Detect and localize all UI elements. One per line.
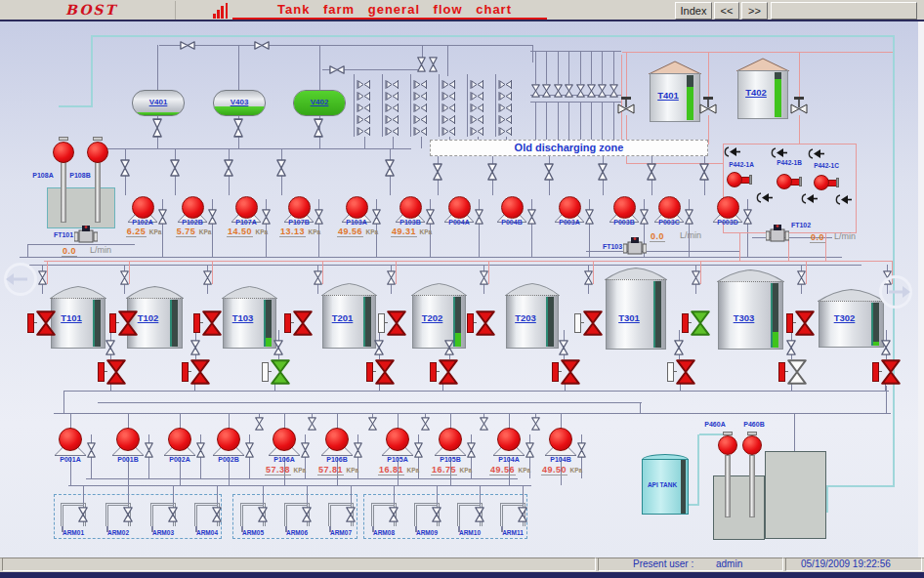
- manifold-valve-icon[interactable]: [498, 92, 513, 101]
- valve-icon[interactable]: [105, 340, 115, 355]
- prev-page-button[interactable]: <<: [714, 2, 739, 20]
- vessel-label[interactable]: V402: [293, 99, 346, 106]
- tank-label[interactable]: T402: [739, 88, 773, 98]
- motor-valve[interactable]: [552, 359, 581, 385]
- pump[interactable]: [497, 428, 521, 451]
- valve-icon[interactable]: [587, 84, 596, 98]
- valve-icon[interactable]: [518, 507, 527, 522]
- manifold-valve-icon[interactable]: [498, 127, 513, 136]
- pump[interactable]: [559, 196, 581, 219]
- valve-icon[interactable]: [273, 340, 283, 355]
- motor-valve[interactable]: [109, 310, 139, 336]
- manifold-valve-icon[interactable]: [498, 115, 513, 124]
- motor-valve[interactable]: [467, 310, 496, 336]
- manifold-valve-icon[interactable]: [413, 92, 428, 101]
- pump[interactable]: [549, 428, 572, 451]
- manifold-valve-icon[interactable]: [470, 115, 484, 124]
- pump[interactable]: [59, 428, 82, 451]
- tank-label[interactable]: T303: [721, 313, 767, 323]
- motor-valve[interactable]: [366, 359, 396, 385]
- valve-icon[interactable]: [475, 507, 484, 522]
- tank-label[interactable]: T302: [821, 313, 867, 323]
- manifold-valve-icon[interactable]: [413, 103, 428, 112]
- valve-icon[interactable]: [417, 57, 426, 72]
- motor-valve[interactable]: [378, 310, 407, 336]
- manifold-valve-icon[interactable]: [498, 103, 513, 112]
- valve-icon[interactable]: [168, 507, 178, 522]
- manifold-valve-icon[interactable]: [357, 80, 371, 89]
- pump[interactable]: [217, 428, 240, 451]
- valve-icon[interactable]: [835, 193, 852, 206]
- manifold-valve-icon[interactable]: [385, 92, 399, 101]
- pump[interactable]: [718, 435, 737, 455]
- pump[interactable]: [439, 428, 462, 451]
- pump[interactable]: [235, 196, 258, 219]
- valve-icon[interactable]: [801, 192, 818, 205]
- vessel-label[interactable]: V403: [213, 99, 266, 106]
- valve-icon[interactable]: [170, 159, 180, 177]
- next-page-button[interactable]: >>: [741, 2, 768, 20]
- pump[interactable]: [727, 172, 742, 187]
- pump[interactable]: [386, 428, 409, 451]
- valve-icon[interactable]: [302, 507, 312, 522]
- manifold-valve-icon[interactable]: [441, 103, 456, 112]
- valve-icon[interactable]: [565, 84, 573, 98]
- index-button[interactable]: Index: [675, 2, 712, 20]
- motor-valve[interactable]: [786, 310, 816, 336]
- motor-valve[interactable]: [778, 359, 808, 385]
- valve-icon[interactable]: [387, 270, 396, 285]
- valve-icon[interactable]: [544, 163, 554, 181]
- valve-icon[interactable]: [254, 41, 270, 50]
- motor-valve[interactable]: [574, 310, 604, 336]
- valve-icon[interactable]: [559, 340, 568, 355]
- valve-icon[interactable]: [308, 417, 316, 431]
- pump[interactable]: [777, 174, 792, 189]
- gate-valve-icon[interactable]: [790, 96, 808, 115]
- motor-valve[interactable]: [27, 310, 57, 336]
- pump[interactable]: [613, 196, 636, 219]
- valve-icon[interactable]: [598, 163, 608, 181]
- manifold-valve-icon[interactable]: [357, 115, 371, 124]
- valve-icon[interactable]: [346, 507, 356, 522]
- manifold-valve-icon[interactable]: [498, 80, 513, 89]
- pump[interactable]: [448, 196, 471, 219]
- manifold-valve-icon[interactable]: [470, 103, 484, 112]
- motor-valve[interactable]: [182, 359, 211, 385]
- pump[interactable]: [182, 196, 204, 219]
- valve-icon[interactable]: [487, 163, 497, 181]
- valve-icon[interactable]: [78, 507, 88, 522]
- manifold-valve-icon[interactable]: [357, 103, 371, 112]
- valve-icon[interactable]: [233, 118, 243, 138]
- manifold-valve-icon[interactable]: [385, 115, 399, 124]
- valve-icon[interactable]: [531, 417, 540, 431]
- valve-icon[interactable]: [771, 146, 787, 159]
- valve-icon[interactable]: [212, 507, 222, 522]
- valve-icon[interactable]: [786, 340, 796, 355]
- pump[interactable]: [87, 142, 108, 163]
- valve-icon[interactable]: [276, 159, 286, 177]
- valve-icon[interactable]: [808, 147, 824, 160]
- valve-icon[interactable]: [255, 417, 264, 431]
- pump[interactable]: [814, 175, 829, 190]
- manifold-valve-icon[interactable]: [413, 127, 428, 136]
- valve-icon[interactable]: [444, 340, 454, 355]
- motor-valve[interactable]: [284, 310, 314, 336]
- manifold-valve-icon[interactable]: [413, 80, 428, 89]
- gate-valve-icon[interactable]: [617, 96, 635, 115]
- manifold-valve-icon[interactable]: [357, 92, 371, 101]
- gate-valve-icon[interactable]: [699, 96, 717, 115]
- valve-icon[interactable]: [647, 163, 656, 181]
- valve-icon[interactable]: [120, 270, 129, 285]
- pump[interactable]: [132, 196, 154, 219]
- manifold-valve-icon[interactable]: [357, 127, 371, 136]
- tank-label[interactable]: T201: [325, 313, 359, 323]
- valve-icon[interactable]: [674, 340, 684, 355]
- motor-valve[interactable]: [98, 359, 127, 385]
- valve-icon[interactable]: [385, 159, 395, 177]
- manifold-valve-icon[interactable]: [441, 127, 456, 136]
- pump[interactable]: [658, 196, 681, 219]
- valve-icon[interactable]: [480, 417, 488, 431]
- tank-label[interactable]: T103: [226, 313, 260, 323]
- manifold-valve-icon[interactable]: [385, 103, 399, 112]
- motor-valve[interactable]: [872, 359, 902, 385]
